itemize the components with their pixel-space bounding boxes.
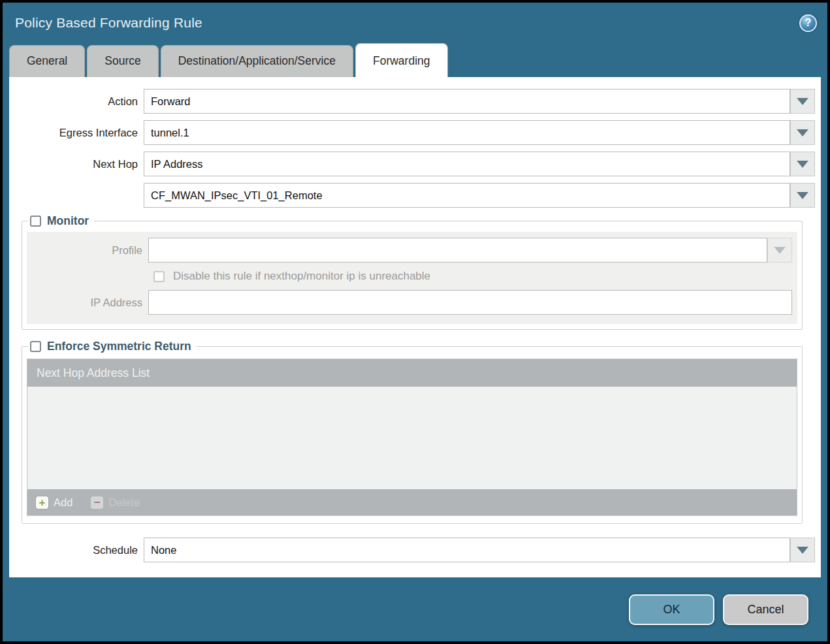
disable-rule-label: Disable this rule if nexthop/monitor ip … [173,270,430,283]
next-hop-row: Next Hop [9,152,815,176]
tab-strip: General Source Destination/Application/S… [3,43,827,77]
monitor-section: Monitor Profile Disable this rule if nex… [22,214,803,330]
add-button-label: Add [54,496,72,509]
profile-row: Profile [27,238,792,263]
table-header-label: Next Hop Address List [37,366,150,380]
minus-icon: − [91,496,103,509]
monitor-panel: Profile Disable this rule if nexthop/mon… [27,232,797,324]
help-icon[interactable]: ? [799,14,817,32]
next-hop-address-combo [144,183,815,208]
action-combo [144,89,815,114]
next-hop-address-row [9,183,815,208]
action-input[interactable] [144,89,790,114]
next-hop-combo [144,152,815,176]
enforce-symmetric-return-legend: Enforce Symmetric Return [28,340,197,353]
table-footer: + Add − Delete [27,489,797,515]
dialog-footer: OK Cancel [3,577,827,641]
delete-button-label: Delete [108,496,140,509]
next-hop-address-dropdown-button[interactable] [790,183,815,208]
profile-label: Profile [27,244,148,257]
tab-source[interactable]: Source [87,45,158,77]
enforce-symmetric-return-title: Enforce Symmetric Return [47,340,191,353]
egress-interface-input[interactable] [144,120,790,145]
monitor-checkbox[interactable] [30,216,41,227]
pbf-rule-dialog: Policy Based Forwarding Rule ? General S… [3,3,827,641]
forwarding-tab-panel: Action Egress Interface Next Hop [9,77,821,577]
next-hop-label: Next Hop [9,158,144,170]
chevron-down-icon [774,247,786,254]
table-body-empty[interactable] [27,387,797,489]
chevron-down-icon [797,129,808,137]
schedule-dropdown-button[interactable] [790,538,815,562]
dialog-title: Policy Based Forwarding Rule [15,15,799,31]
enforce-symmetric-return-section: Enforce Symmetric Return Next Hop Addres… [22,340,803,524]
action-row: Action [9,89,815,114]
chevron-down-icon [797,98,808,105]
add-button[interactable]: + Add [36,496,72,509]
chevron-down-icon [797,192,808,199]
disable-rule-checkbox [153,271,165,282]
schedule-label: Schedule [9,544,144,556]
egress-interface-dropdown-button[interactable] [790,120,815,145]
monitor-title: Monitor [47,214,89,228]
ok-button[interactable]: OK [629,594,714,625]
monitor-legend: Monitor [28,214,94,228]
plus-icon: + [36,496,48,509]
tab-destination-application-service[interactable]: Destination/Application/Service [161,45,353,77]
disable-rule-row: Disable this rule if nexthop/monitor ip … [153,270,792,283]
chevron-down-icon [797,161,808,168]
monitor-ip-combo [148,290,792,315]
table-header: Next Hop Address List [27,359,797,387]
profile-input [148,238,767,263]
egress-interface-row: Egress Interface [9,120,815,145]
next-hop-address-input[interactable] [144,183,790,208]
next-hop-type-input[interactable] [144,152,790,176]
monitor-ip-row: IP Address [27,290,792,315]
schedule-input[interactable] [144,538,790,562]
action-dropdown-button[interactable] [790,89,815,114]
dialog-titlebar: Policy Based Forwarding Rule ? [3,3,827,43]
schedule-combo [144,538,815,562]
egress-interface-label: Egress Interface [9,127,144,139]
action-label: Action [9,95,144,108]
chevron-down-icon [797,547,808,554]
next-hop-address-list-table: Next Hop Address List + Add − Delete [27,359,797,516]
next-hop-dropdown-button[interactable] [790,152,815,176]
egress-interface-combo [144,120,815,145]
schedule-row: Schedule [9,538,815,562]
tab-general[interactable]: General [9,45,85,77]
tab-forwarding[interactable]: Forwarding [355,43,448,77]
profile-dropdown-button [767,238,792,263]
profile-combo [148,238,792,263]
delete-button: − Delete [91,496,140,509]
monitor-ip-label: IP Address [27,297,148,309]
enforce-symmetric-return-checkbox[interactable] [30,341,41,352]
monitor-ip-input [148,290,792,315]
cancel-button[interactable]: Cancel [723,594,808,625]
